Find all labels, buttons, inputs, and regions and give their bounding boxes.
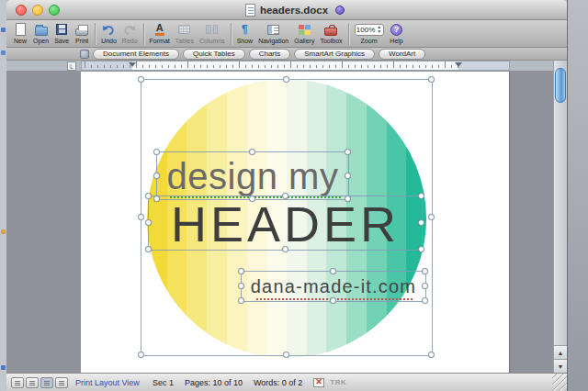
columns-icon <box>206 25 218 34</box>
tab-document-elements[interactable]: Document Elements <box>93 49 179 60</box>
selection-handle[interactable] <box>145 219 152 226</box>
background-icon <box>1 50 6 55</box>
selection-handle[interactable] <box>428 76 435 83</box>
toolbar-label: Tables <box>175 38 194 44</box>
format-icon: A <box>155 23 164 36</box>
ruler-tick <box>432 65 433 68</box>
tab-charts[interactable]: Charts <box>249 49 291 60</box>
navigation-button[interactable]: Navigation <box>255 22 291 44</box>
selection-handle[interactable] <box>330 297 336 304</box>
document-proxy-icon[interactable] <box>245 4 255 17</box>
scroll-down-button[interactable]: ▼ <box>554 359 567 373</box>
selection-box-url[interactable] <box>241 271 426 302</box>
title-bar-gem-button[interactable] <box>335 6 345 15</box>
printer-icon <box>75 28 88 36</box>
selection-handle[interactable] <box>418 246 424 252</box>
zoom-dropdown[interactable]: 100% ▲▼ <box>355 24 384 36</box>
tab-wordart[interactable]: WordArt <box>379 49 425 60</box>
title-bar[interactable]: headers.docx <box>6 0 567 20</box>
outline-view-button[interactable] <box>26 377 39 388</box>
format-button[interactable]: A Format <box>147 22 173 44</box>
selection-handle[interactable] <box>345 173 351 179</box>
selection-handle[interactable] <box>345 149 351 155</box>
ruler-tick <box>155 65 156 68</box>
selection-handle[interactable] <box>145 246 152 252</box>
selection-handle[interactable] <box>283 76 289 83</box>
draft-view-button[interactable] <box>11 377 24 388</box>
selection-handle[interactable] <box>418 193 424 199</box>
selection-handle[interactable] <box>422 268 428 274</box>
columns-button[interactable]: Columns <box>197 22 228 44</box>
document-area[interactable]: design my HEADER dana-made-it.com <box>6 72 553 373</box>
gallery-toggle-icon[interactable] <box>80 50 89 59</box>
notebook-view-button[interactable] <box>55 377 68 388</box>
gallery-button[interactable]: Gallery <box>291 22 317 44</box>
vertical-scrollbar[interactable]: ▲ ▼ <box>553 61 567 373</box>
selection-handle[interactable] <box>428 352 435 358</box>
selection-handle[interactable] <box>282 193 288 199</box>
tab-quick-tables[interactable]: Quick Tables <box>183 49 245 60</box>
open-button[interactable]: Open <box>30 22 51 44</box>
horizontal-ruler[interactable] <box>81 61 510 71</box>
toolbar-label: Zoom <box>361 38 378 44</box>
spelling-status-icon[interactable] <box>313 378 324 387</box>
right-indent-marker[interactable] <box>455 62 462 67</box>
selection-handle[interactable] <box>238 268 244 274</box>
selection-handle[interactable] <box>138 76 144 83</box>
zoom-control[interactable]: 100% ▲▼ Zoom <box>352 22 387 44</box>
tab-stop-selector[interactable]: L <box>67 61 76 71</box>
scroll-up-button[interactable]: ▲ <box>554 345 567 359</box>
redo-button[interactable]: Redo <box>119 22 141 44</box>
selection-handle[interactable] <box>153 173 160 179</box>
pages-value: 10 of 10 <box>212 378 243 387</box>
print-layout-view-button[interactable] <box>40 377 53 388</box>
tab-label: Quick Tables <box>193 50 235 58</box>
ruler-tick <box>265 65 266 68</box>
new-button[interactable]: New <box>10 22 30 44</box>
tab-label: Document Elements <box>103 50 169 58</box>
selection-box-design-my[interactable] <box>156 151 349 200</box>
dropdown-arrows-icon: ▲▼ <box>377 25 381 34</box>
ruler-tick <box>503 65 503 68</box>
new-document-icon <box>16 23 26 36</box>
toolbox-button[interactable]: Toolbox <box>317 22 345 44</box>
toolbar-label: Columns <box>199 38 225 44</box>
toolbar-label: Toolbox <box>320 38 342 44</box>
left-indent-marker[interactable] <box>129 62 136 67</box>
show-button[interactable]: ¶ Show <box>234 22 256 44</box>
ruler-tick <box>477 65 478 68</box>
selection-handle[interactable] <box>145 193 152 199</box>
selection-handle[interactable] <box>138 214 144 220</box>
track-changes-toggle[interactable]: TRK <box>330 378 346 386</box>
selection-handle[interactable] <box>418 219 424 226</box>
selection-box-header[interactable] <box>148 196 423 251</box>
selection-handle[interactable] <box>138 352 144 358</box>
ruler-tick <box>277 65 278 68</box>
selection-handle[interactable] <box>428 214 435 220</box>
tab-smartart-graphics[interactable]: SmartArt Graphics <box>294 49 375 60</box>
elements-gallery-bar: Document Elements Quick Tables Charts Sm… <box>6 48 567 61</box>
ruler-tick <box>245 65 246 68</box>
toolbar-label: Undo <box>101 38 117 44</box>
view-mode-label[interactable]: Print Layout View <box>75 378 140 387</box>
selection-handle[interactable] <box>282 246 288 252</box>
resize-grip[interactable] <box>552 374 567 391</box>
tables-button[interactable]: Tables <box>173 22 197 44</box>
ruler-tick <box>123 65 124 68</box>
ruler-tick <box>136 61 137 68</box>
undo-button[interactable]: Undo <box>98 22 119 44</box>
save-button[interactable]: Save <box>51 22 72 44</box>
help-button[interactable]: ? Help <box>387 22 407 44</box>
ruler-tick <box>342 61 343 68</box>
selection-handle[interactable] <box>238 283 244 289</box>
selection-handle[interactable] <box>238 297 244 304</box>
selection-handle[interactable] <box>153 149 160 155</box>
scrollbar-thumb[interactable] <box>555 68 566 103</box>
selection-handle[interactable] <box>422 297 428 304</box>
selection-handle[interactable] <box>249 149 255 155</box>
selection-handle[interactable] <box>330 268 336 274</box>
print-button[interactable]: Print <box>72 22 92 44</box>
selection-handle[interactable] <box>422 283 428 289</box>
selection-handle[interactable] <box>283 352 289 358</box>
toolbar-label: Show <box>237 38 254 44</box>
